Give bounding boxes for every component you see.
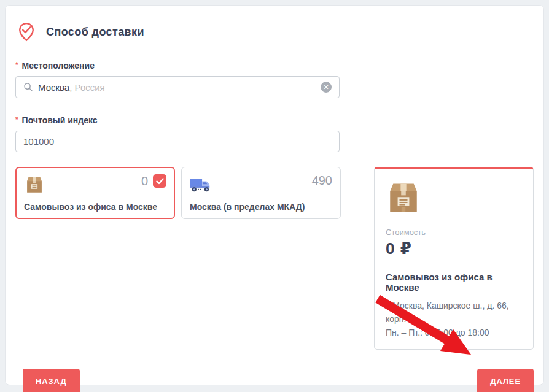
cost-value: 0 ₽	[386, 239, 522, 258]
location-suffix: , Россия	[69, 82, 105, 93]
truck-icon	[190, 174, 211, 195]
option-price-group: 0	[141, 174, 166, 188]
footer: НАЗАД ДАЛЕЕ	[15, 369, 534, 392]
panel-header: Способ доставки	[15, 6, 534, 44]
postal-input[interactable]	[15, 131, 340, 152]
pin-check-icon	[15, 20, 37, 44]
checkmark-icon[interactable]	[153, 174, 166, 188]
clear-icon[interactable]: ✕	[321, 82, 332, 93]
page-title: Способ доставки	[46, 26, 144, 39]
required-asterisk: *	[15, 115, 18, 124]
option-top: 0	[24, 174, 166, 195]
location-label: * Местоположение	[15, 61, 534, 71]
option-price: 0	[141, 175, 148, 187]
back-button[interactable]: НАЗАД	[23, 369, 80, 392]
option-title: Москва (в пределах МКАД)	[190, 202, 332, 212]
option-courier-mkad[interactable]: 490 Москва (в пределах МКАД)	[181, 167, 341, 219]
selected-option-details: Стоимость 0 ₽ Самовывоз из офиса в Москв…	[374, 167, 534, 350]
location-value: Москва	[38, 82, 69, 93]
option-title: Самовывоз из офиса в Москве	[24, 202, 166, 212]
options-row: 0 Самовывоз из офиса в Москве	[15, 167, 534, 350]
option-price-group: 490	[312, 174, 332, 186]
option-top: 490	[190, 174, 332, 195]
footer-divider	[13, 356, 536, 356]
required-asterisk: *	[15, 61, 18, 69]
cost-label: Стоимость	[386, 228, 522, 237]
option-price: 490	[312, 174, 332, 186]
detail-address: г. Москва, Каширское ш., д. 66, корп. 2	[386, 299, 522, 326]
location-input[interactable]: Москва, Россия ✕	[15, 76, 340, 98]
search-icon	[23, 82, 33, 92]
postal-label: * Почтовый индекс	[15, 115, 534, 125]
detail-hours: Пн. – Пт.: с 10:00 до 18:00	[386, 326, 522, 339]
delivery-method-panel: Способ доставки * Местоположение Москва,…	[5, 5, 544, 385]
package-icon	[386, 180, 421, 215]
next-button[interactable]: ДАЛЕЕ	[477, 369, 534, 392]
package-icon	[24, 174, 45, 195]
option-pickup-moscow[interactable]: 0 Самовывоз из офиса в Москве	[15, 167, 175, 219]
detail-title: Самовывоз из офиса в Москве	[386, 272, 522, 293]
